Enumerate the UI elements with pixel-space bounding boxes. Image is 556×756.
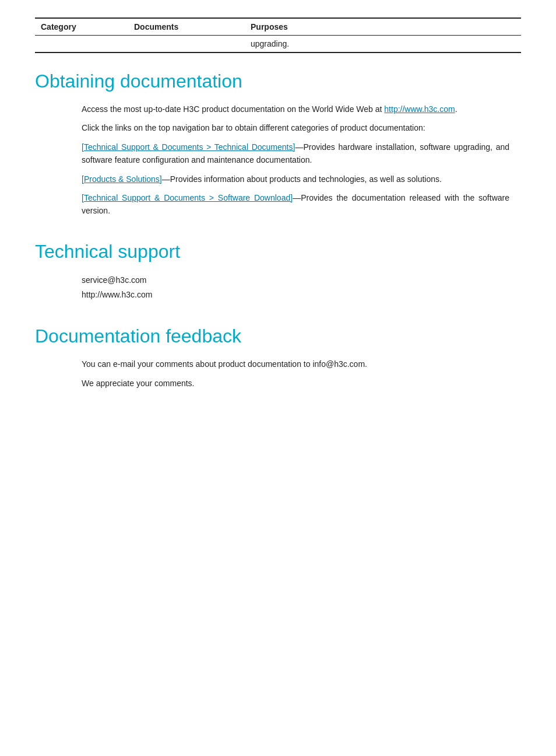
technical-documents-link[interactable]: [Technical Support & Documents > Technic…: [82, 142, 295, 152]
obtaining-documentation-section: Obtaining documentation Access the most …: [35, 71, 521, 218]
obtaining-documentation-content: Access the most up-to-date H3C product d…: [35, 103, 521, 218]
link2-suffix: —Provides information about products and…: [162, 174, 442, 184]
h3c-website-link[interactable]: http://www.h3c.com: [384, 104, 455, 114]
documentation-feedback-content: You can e-mail your comments about produ…: [35, 358, 521, 390]
technical-support-section: Technical support service@h3c.com http:/…: [35, 241, 521, 302]
feedback-paragraph-1: You can e-mail your comments about produ…: [82, 358, 509, 370]
table-cell-purposes: upgrading.: [245, 36, 521, 53]
obtaining-link-2-paragraph: [Products & Solutions]—Provides informat…: [82, 173, 509, 186]
obtaining-paragraph-2: Click the links on the top navigation ba…: [82, 121, 509, 134]
software-download-link[interactable]: [Technical Support & Documents > Softwar…: [82, 193, 293, 202]
obtaining-paragraph-1-before-link: Access the most up-to-date H3C product d…: [82, 104, 384, 114]
table-header-purposes: Purposes: [245, 18, 521, 36]
documentation-feedback-section: Documentation feedback You can e-mail yo…: [35, 326, 521, 390]
category-table: Category Documents Purposes upgrading.: [35, 18, 521, 53]
table-cell-category: [35, 36, 128, 53]
table-row: upgrading.: [35, 36, 521, 53]
documentation-feedback-heading: Documentation feedback: [35, 326, 521, 347]
technical-support-heading: Technical support: [35, 241, 521, 262]
table-header-category: Category: [35, 18, 128, 36]
table-cell-documents: [128, 36, 245, 53]
table-section: Category Documents Purposes upgrading.: [35, 18, 521, 53]
obtaining-paragraph-1: Access the most up-to-date H3C product d…: [82, 103, 509, 116]
support-website: http://www.h3c.com: [82, 288, 509, 302]
obtaining-paragraph-1-after-link: .: [455, 104, 458, 114]
products-solutions-link[interactable]: [Products & Solutions]: [82, 174, 162, 184]
obtaining-link-3-paragraph: [Technical Support & Documents > Softwar…: [82, 191, 509, 218]
technical-support-content: service@h3c.com http://www.h3c.com: [35, 273, 521, 302]
obtaining-link-1-paragraph: [Technical Support & Documents > Technic…: [82, 141, 509, 167]
feedback-paragraph-2: We appreciate your comments.: [82, 377, 509, 390]
support-email: service@h3c.com: [82, 273, 509, 288]
table-header-documents: Documents: [128, 18, 245, 36]
obtaining-documentation-heading: Obtaining documentation: [35, 71, 521, 92]
